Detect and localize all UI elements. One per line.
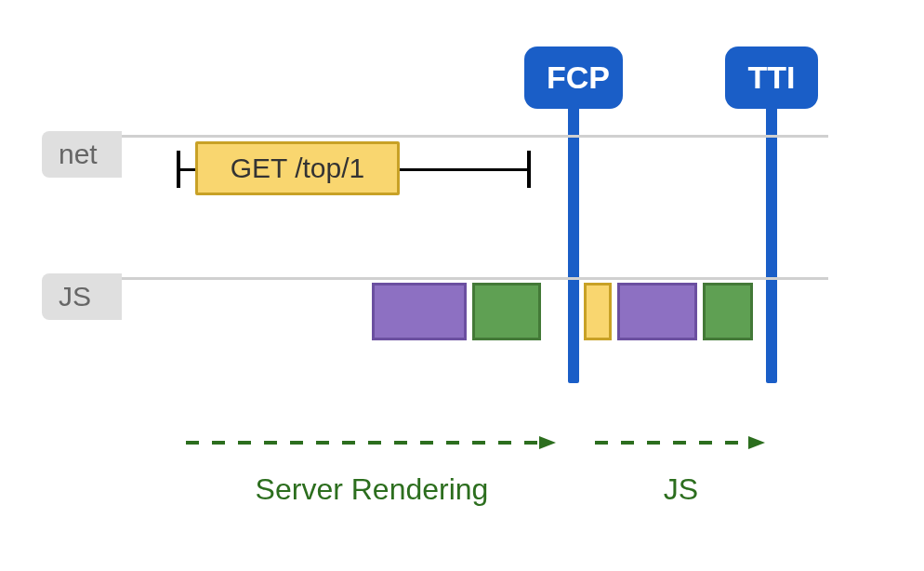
tti-line <box>766 104 777 383</box>
get-request-box: GET /top/1 <box>195 141 400 195</box>
js-block-green-2 <box>703 283 753 340</box>
get-request-label: GET /top/1 <box>231 153 365 184</box>
timeline-diagram: FCP TTI net GET /top/1 JS Server Renderi… <box>0 0 924 571</box>
js-phase-label: JS <box>595 472 767 507</box>
js-phase-arrow <box>595 433 767 452</box>
js-block-purple-2 <box>617 283 697 340</box>
js-block-purple-1 <box>372 283 467 340</box>
net-lane-line <box>122 135 828 138</box>
server-rendering-label: Server Rendering <box>186 472 558 507</box>
js-block-yellow <box>584 283 612 340</box>
bracket-end-cap <box>527 151 531 188</box>
svg-marker-3 <box>748 436 765 449</box>
js-block-green-1 <box>472 283 541 340</box>
js-lane-line <box>122 277 828 280</box>
net-lane-label: net <box>42 131 122 178</box>
fcp-line <box>568 104 579 383</box>
fcp-badge: FCP <box>524 46 623 109</box>
js-lane-label: JS <box>42 273 122 320</box>
server-rendering-arrow <box>186 433 558 452</box>
svg-marker-1 <box>539 436 556 449</box>
tti-badge: TTI <box>725 46 818 109</box>
